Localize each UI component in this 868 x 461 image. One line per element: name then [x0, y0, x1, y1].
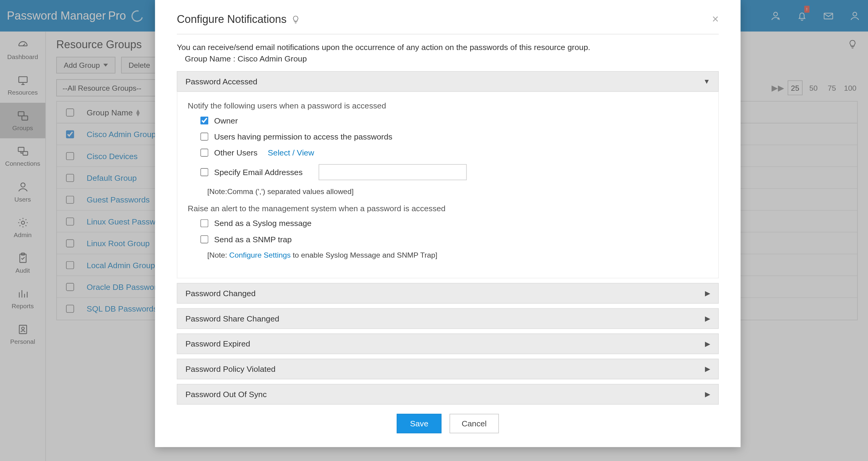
modal-title-text: Configure Notifications [177, 13, 287, 26]
accordion-item[interactable]: Password Out Of Sync▶ [177, 384, 719, 405]
chevron-right-icon: ▶ [705, 365, 710, 373]
chevron-right-icon: ▶ [705, 289, 710, 297]
configure-note: [Note: Configure Settings to enable Sysl… [207, 251, 708, 259]
email-note: [Note:Comma (',') separated values allow… [207, 187, 708, 196]
specify-email-label: Specify Email Addresses [214, 167, 302, 177]
modal-group-line: Group Name : Cisco Admin Group [185, 54, 718, 63]
accordion-password-accessed[interactable]: Password Accessed ▼ [177, 71, 719, 92]
accordion-item[interactable]: Password Share Changed▶ [177, 308, 719, 329]
close-icon[interactable]: × [712, 13, 719, 26]
save-button[interactable]: Save [397, 414, 441, 433]
configure-notifications-modal: Configure Notifications × You can receiv… [155, 0, 741, 447]
modal-title: Configure Notifications [177, 13, 301, 26]
accordion-item[interactable]: Password Policy Violated▶ [177, 359, 719, 380]
accordion-header-label: Password Accessed [185, 77, 257, 86]
syslog-label: Send as a Syslog message [214, 219, 311, 228]
syslog-checkbox[interactable] [200, 219, 209, 227]
owner-label: Owner [214, 116, 238, 125]
chevron-down-icon: ▼ [704, 78, 710, 86]
note-suffix: to enable Syslog Message and SNMP Trap] [290, 251, 437, 259]
users-permission-checkbox[interactable] [200, 132, 209, 141]
accordion-header-label: Password Share Changed [185, 314, 279, 323]
accordion-header-label: Password Changed [185, 289, 255, 298]
other-users-label: Other Users [214, 148, 257, 157]
group-line-prefix: Group Name : [185, 54, 238, 63]
chevron-right-icon: ▶ [705, 390, 710, 398]
accordion-header-label: Password Expired [185, 339, 250, 348]
other-users-checkbox[interactable] [200, 149, 209, 157]
raise-alert-label: Raise an alert to the management system … [188, 204, 708, 213]
accordion-header-label: Password Out Of Sync [185, 390, 267, 399]
group-line-name: Cisco Admin Group [238, 54, 307, 63]
note-prefix: [Note: [207, 251, 229, 259]
lightbulb-icon [291, 15, 300, 24]
chevron-right-icon: ▶ [705, 314, 710, 323]
modal-description: You can receive/send email notifications… [177, 42, 719, 52]
modal-actions: Save Cancel [177, 414, 719, 433]
accordion-body-password-accessed: Notify the following users when a passwo… [177, 92, 719, 278]
users-permission-label: Users having permission to access the pa… [214, 132, 392, 141]
owner-checkbox[interactable] [200, 117, 209, 125]
select-view-link[interactable]: Select / View [268, 148, 314, 157]
accordion-item[interactable]: Password Changed▶ [177, 283, 719, 304]
email-addresses-input[interactable] [318, 164, 467, 180]
configure-settings-link[interactable]: Configure Settings [229, 251, 291, 259]
specify-email-checkbox[interactable] [200, 168, 209, 176]
notify-label: Notify the following users when a passwo… [188, 101, 708, 110]
chevron-right-icon: ▶ [705, 340, 710, 348]
snmp-checkbox[interactable] [200, 235, 209, 243]
accordion-header-label: Password Policy Violated [185, 365, 276, 374]
cancel-button[interactable]: Cancel [450, 414, 499, 433]
accordion-item[interactable]: Password Expired▶ [177, 334, 719, 354]
snmp-label: Send as a SNMP trap [214, 235, 291, 244]
